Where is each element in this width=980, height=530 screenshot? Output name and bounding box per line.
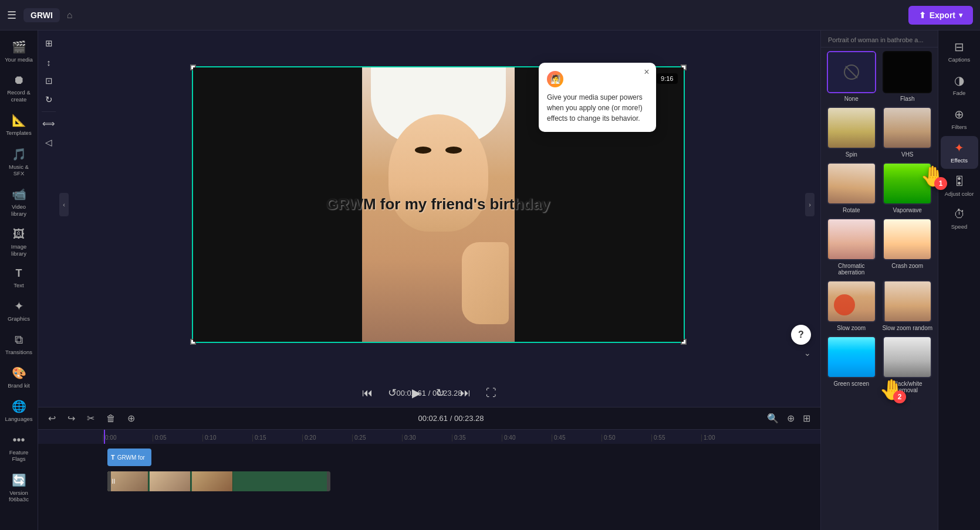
adjust-color-icon: 🎛: [954, 175, 965, 188]
menu-icon[interactable]: ☰: [7, 9, 16, 22]
main-content: 🎬 Your media ⏺ Record &create 📐 Template…: [0, 30, 980, 530]
sidebar-item-video-library[interactable]: 📹 Video library: [2, 182, 36, 222]
video-track-row: ⏸: [38, 470, 820, 497]
effect-item-rotate[interactable]: Rotate: [826, 162, 877, 213]
sidebar-right-item-label: Fade: [953, 90, 966, 96]
zoom-in-button[interactable]: ⊕: [784, 411, 797, 426]
sidebar-item-image-library[interactable]: 🖼 Image library: [2, 223, 36, 261]
sidebar-right-item-speed[interactable]: ⏱ Speed: [941, 203, 978, 235]
fit-timeline-button[interactable]: ⊞: [800, 411, 813, 426]
duplicate-button[interactable]: ⊕: [124, 411, 138, 426]
video-library-icon: 📹: [12, 187, 26, 201]
help-button[interactable]: ?: [791, 325, 811, 345]
effects-panel: Portrait of woman in bathrobe a... None: [820, 30, 938, 530]
video-thumb-2: [150, 471, 191, 491]
video-thumb-3: [192, 471, 233, 491]
project-title[interactable]: GRWI: [23, 8, 60, 22]
collapse-left-button[interactable]: ‹: [59, 193, 69, 216]
sidebar-item-your-media[interactable]: 🎬 Your media: [2, 35, 36, 67]
timeline-toolbar: ↩ ↪ ✂ 🗑 ⊕ 00:02.61 / 00:23.28 🔍 ⊕ ⊞: [38, 407, 820, 430]
cut-button[interactable]: ✂: [84, 411, 97, 426]
effect-label-slowzoomrandom: Slow zoom random: [882, 325, 932, 331]
video-strip[interactable]: ⏸: [107, 471, 330, 491]
version-icon: 🔄: [12, 473, 26, 487]
sidebar-item-templates[interactable]: 📐 Templates: [2, 108, 36, 141]
video-strip-resize-handle[interactable]: [327, 471, 330, 491]
sidebar-item-feature-flags[interactable]: ••• Feature Flags: [2, 429, 36, 467]
sidebar-item-label: Version f06ba3c: [4, 490, 33, 503]
timeline-zoom-controls: 🔍 ⊕ ⊞: [764, 411, 813, 426]
flip-tool-button[interactable]: ⟺: [40, 115, 57, 132]
filters-icon: ⊕: [954, 107, 964, 121]
sidebar-item-text[interactable]: T Text: [2, 263, 36, 293]
sidebar-right-item-captions[interactable]: ⊟ Captions: [941, 35, 978, 67]
save-icon[interactable]: ⌂: [67, 10, 73, 21]
ruler-mark: 0:05: [153, 434, 202, 441]
sidebar-item-version[interactable]: 🔄 Version f06ba3c: [2, 468, 36, 508]
undo-button[interactable]: ↩: [45, 411, 59, 426]
effect-label-vaporwave: Vaporwave: [893, 207, 922, 213]
arrow-tool-button[interactable]: ◁: [40, 134, 57, 151]
effect-item-spin[interactable]: Spin: [826, 107, 877, 158]
effect-item-greenscreen[interactable]: Green screen: [826, 336, 877, 393]
sidebar-right-item-label: Speed: [951, 223, 967, 230]
graphics-icon: ✦: [14, 299, 24, 313]
playback-timestamp: 00:02.61 / 00:23.28: [396, 389, 462, 398]
sidebar-item-transitions[interactable]: ⧉ Transitions: [2, 328, 36, 360]
sidebar-item-label: Image library: [4, 243, 33, 257]
sidebar-item-graphics[interactable]: ✦ Graphics: [2, 294, 36, 327]
sidebar-left: 🎬 Your media ⏺ Record &create 📐 Template…: [0, 30, 38, 530]
sidebar-right-item-effects[interactable]: ✦ Effects: [941, 136, 978, 168]
effect-item-flash[interactable]: Flash: [882, 51, 934, 102]
redo-button[interactable]: ↪: [65, 411, 78, 426]
sidebar-right-item-adjust-color[interactable]: 🎛 Adjust color: [941, 170, 978, 202]
ruler-mark: 0:35: [452, 434, 502, 441]
fit-tool-button[interactable]: ⊡: [40, 73, 57, 89]
effect-item-chromatic[interactable]: Chromatic aberration: [826, 218, 877, 276]
effect-item-vaporwave[interactable]: Vaporwave: [882, 162, 934, 213]
ruler-mark: 0:00: [103, 434, 153, 441]
sidebar-item-languages[interactable]: 🌐 Languages: [2, 395, 36, 427]
export-icon: ⬆: [919, 11, 926, 20]
video-text-overlay: GRWM for my friend's birthday: [326, 195, 550, 215]
effect-item-none[interactable]: None: [826, 51, 877, 102]
crop-tool-button[interactable]: ⊞: [40, 35, 57, 52]
skip-back-button[interactable]: ⏮: [360, 385, 375, 402]
sidebar-item-brand-kit[interactable]: 🎨 Brand kit: [2, 361, 36, 393]
effect-item-vhs[interactable]: VHS: [882, 107, 934, 158]
sidebar-right-item-fade[interactable]: ◑ Fade: [941, 69, 978, 101]
transitions-icon: ⧉: [15, 333, 23, 346]
rotate-tool-button[interactable]: ↻: [40, 91, 57, 108]
effect-thumb-crashzoom: [883, 218, 932, 260]
delete-button[interactable]: 🗑: [103, 412, 119, 426]
effect-item-slowzoomrandom[interactable]: Slow zoom random: [882, 280, 934, 331]
sidebar-right-item-filters[interactable]: ⊕ Filters: [941, 103, 978, 135]
effect-thumb-rotate: [827, 162, 876, 205]
effect-thumb-spin: [827, 107, 876, 149]
effect-item-slowzoom[interactable]: Slow zoom: [826, 280, 877, 331]
export-button[interactable]: ⬆ Export ▾: [908, 6, 973, 25]
sidebar-item-label: Brand kit: [8, 382, 30, 389]
sidebar-item-record-create[interactable]: ⏺ Record &create: [2, 69, 36, 107]
effect-item-bwremoval[interactable]: Black/white removal: [882, 336, 934, 393]
effect-label-chromatic: Chromatic aberration: [826, 263, 877, 276]
feature-flags-icon: •••: [12, 433, 25, 447]
fullscreen-button[interactable]: ⛶: [484, 385, 499, 402]
text-icon: T: [16, 267, 22, 280]
sidebar-right-item-label: Captions: [948, 56, 971, 63]
ruler-marks: 0:00 0:05 0:10 0:15 0:20 0:25 0:30 0:35 …: [38, 434, 820, 441]
zoom-out-button[interactable]: 🔍: [764, 411, 782, 426]
effect-thumb-flash: [883, 51, 932, 93]
sidebar-item-music-sfx[interactable]: 🎵 Music & SFX: [2, 142, 36, 182]
text-clip[interactable]: T GRWM for: [107, 449, 151, 466]
collapse-timeline-button[interactable]: ⌄: [804, 348, 811, 358]
panel-title: Portrait of woman in bathrobe a...: [828, 36, 924, 43]
effect-thumb-chromatic: [827, 218, 876, 260]
tooltip-close-button[interactable]: ×: [641, 66, 653, 78]
sidebar-right-item-label: Adjust color: [945, 191, 974, 197]
effect-thumb-bwremoval: [883, 336, 932, 378]
collapse-right-button[interactable]: ›: [805, 193, 815, 216]
resize-tool-button[interactable]: ↕: [40, 54, 57, 70]
effect-item-crashzoom[interactable]: Crash zoom: [882, 218, 934, 276]
timeline-timestamp: 00:02.61 / 00:23.28: [144, 414, 758, 423]
